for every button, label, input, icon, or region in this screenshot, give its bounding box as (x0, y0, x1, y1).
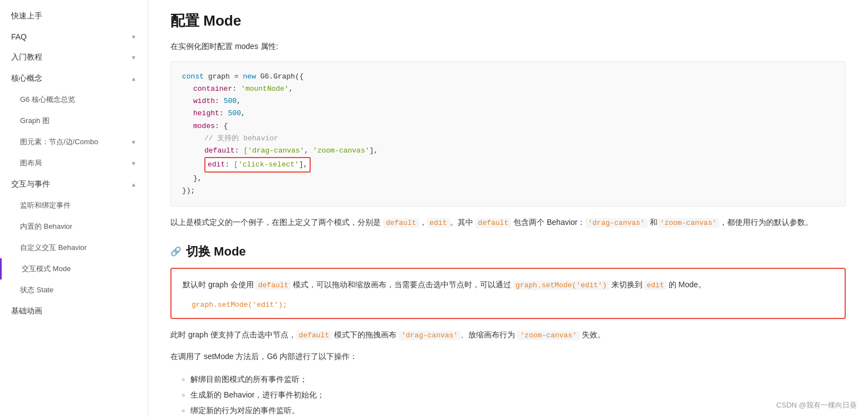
code-line-6: // 支持的 behavior (182, 133, 834, 145)
chevron-down-icon (131, 55, 136, 61)
code-line-4: height: 500, (182, 107, 834, 120)
sidebar-item-zhuangtai[interactable]: 状态 State (0, 279, 148, 301)
sidebar-item-jiantingbind[interactable]: 监听和绑定事件 (0, 195, 148, 216)
code-line-3: width: 500, (182, 95, 834, 107)
sidebar-label-faq: FAQ (11, 32, 27, 41)
setmode-desc: 在调用了 setMode 方法后，G6 内部进行了以下操作： (170, 350, 846, 364)
sidebar-item-jichu[interactable]: 基础动画 (0, 301, 148, 322)
chevron-up-icon (131, 76, 136, 82)
chevron-down-icon (131, 160, 136, 166)
bullet-list: 解绑目前图模式的所有事件监听； 生成新的 Behavior，进行事件初始化； 绑… (170, 371, 846, 417)
config-description: 在实例化图时配置 modes 属性: (170, 40, 846, 53)
after-code-desc: 以上是模式定义的一个例子，在图上定义了两个模式，分别是 default，edit… (170, 215, 846, 229)
code-line-7: default: ['drag-canvas', 'zoom-canvas'], (182, 145, 834, 157)
list-item-1: 解绑目前图模式的所有事件监听； (182, 371, 846, 387)
sidebar-item-zidingyi[interactable]: 自定义交互 Behavior (0, 237, 148, 258)
sidebar-item-jiaohu[interactable]: 交互与事件 (0, 174, 148, 195)
sidebar-label-jiaohuMode: 交互模式 Mode (22, 264, 71, 274)
sidebar-label-jichu: 基础动画 (11, 306, 42, 316)
after-box-desc: 此时 graph 便支持了点击选中节点，default 模式下的拖拽画布 'dr… (170, 328, 846, 342)
sidebar-item-rumen[interactable]: 入门教程 (0, 47, 148, 68)
page-title: 配置 Mode (170, 11, 846, 31)
code-line-10: }); (182, 185, 834, 197)
chevron-up-icon (131, 181, 136, 188)
sidebar-item-faq[interactable]: FAQ (0, 27, 148, 47)
sidebar-item-neizhiBehavior[interactable]: 内置的 Behavior (0, 216, 148, 237)
sidebar-label-g6hexin: G6 核心概念总览 (20, 95, 75, 105)
sidebar-label-tubuju: 图布局 (20, 158, 42, 168)
switch-mode-code: graph.setMode('edit'); (183, 298, 833, 309)
list-item-2: 生成新的 Behavior，进行事件初始化； (182, 387, 846, 403)
list-item-3: 绑定新的行为对应的事件监听。 (182, 403, 846, 417)
sidebar-label-zidingyi: 自定义交互 Behavior (20, 243, 87, 253)
code-line-1: const graph = new G6.Graph({ (182, 71, 834, 83)
sidebar-label-kuaisu: 快速上手 (11, 11, 42, 21)
sidebar-item-kuaisu[interactable]: 快速上手 (0, 6, 148, 27)
code-line-5: modes: { (182, 120, 834, 133)
chevron-down-icon (131, 34, 136, 40)
code-line-2: container: 'mountNode', (182, 83, 834, 95)
code-line-8: edit: ['click-select'], (182, 157, 834, 173)
switch-mode-box-text: 默认时 graph 会使用 default 模式，可以拖动和缩放画布，当需要点击… (183, 278, 833, 292)
sidebar-item-tubuju[interactable]: 图布局 (0, 153, 148, 174)
sidebar-label-zhuangtai: 状态 State (20, 285, 53, 295)
sidebar-item-hexin[interactable]: 核心概念 (0, 68, 148, 89)
chevron-down-icon (131, 139, 136, 145)
main-content: 配置 Mode 在实例化图时配置 modes 属性: const graph =… (148, 0, 868, 417)
sidebar-label-jiantingbind: 监听和绑定事件 (20, 200, 71, 210)
sidebar-label-rumen: 入门教程 (11, 52, 42, 62)
sidebar-item-jiaohuMode[interactable]: 交互模式 Mode (0, 258, 148, 279)
switch-mode-box: 默认时 graph 会使用 default 模式，可以拖动和缩放画布，当需要点击… (170, 268, 846, 319)
sidebar-label-graphtu: Graph 图 (20, 116, 50, 126)
watermark: CSDN @我有一棵向日葵 (776, 400, 857, 410)
sidebar-label-jiaohu: 交互与事件 (11, 179, 50, 189)
link-icon: 🔗 (170, 246, 182, 257)
sidebar-label-tuyuansu: 图元素：节点/边/Combo (20, 137, 98, 147)
sidebar: 快速上手 FAQ 入门教程 核心概念 G6 核心概念总览 Graph 图 图元素… (0, 0, 148, 417)
sidebar-item-tuyuansu[interactable]: 图元素：节点/边/Combo (0, 131, 148, 153)
sidebar-label-hexin: 核心概念 (11, 73, 42, 84)
sidebar-label-neizhiBehavior: 内置的 Behavior (20, 222, 72, 232)
sidebar-item-g6hexin[interactable]: G6 核心概念总览 (0, 89, 148, 110)
code-block-config: const graph = new G6.Graph({ container: … (170, 61, 846, 207)
sidebar-item-graphtu[interactable]: Graph 图 (0, 110, 148, 131)
code-line-9: }, (182, 173, 834, 185)
switch-mode-title: 🔗 切换 Mode (170, 243, 846, 260)
